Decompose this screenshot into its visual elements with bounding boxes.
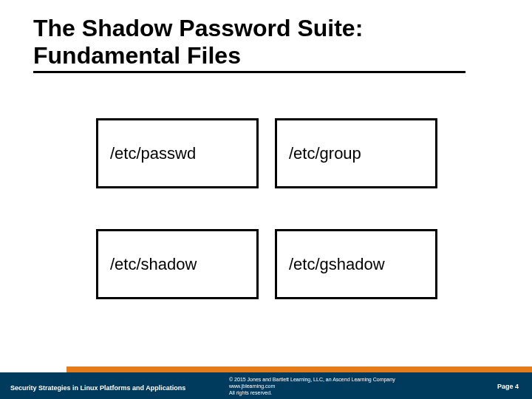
slide: The Shadow Password Suite: Fundamental F…	[0, 0, 532, 399]
footer: Security Strategies in Linux Platforms a…	[0, 364, 532, 399]
file-box-shadow: /etc/shadow	[96, 229, 259, 299]
file-box-group: /etc/group	[275, 118, 437, 188]
footer-copyright: © 2015 Jones and Bartlett Learning, LLC,…	[229, 376, 395, 383]
file-grid: /etc/passwd /etc/group /etc/shadow /etc/…	[96, 118, 437, 299]
slide-title: The Shadow Password Suite: Fundamental F…	[33, 15, 466, 73]
footer-accent-bar	[66, 366, 532, 372]
file-box-gshadow: /etc/gshadow	[275, 229, 437, 299]
footer-book-title: Security Strategies in Linux Platforms a…	[10, 384, 185, 392]
title-underline	[33, 71, 466, 73]
page-number: Page 4	[497, 383, 519, 390]
file-label: /etc/shadow	[110, 255, 197, 274]
file-label: /etc/gshadow	[289, 255, 385, 274]
title-line-2: Fundamental Files	[33, 42, 241, 69]
file-label: /etc/group	[289, 144, 361, 163]
file-box-passwd: /etc/passwd	[96, 118, 259, 188]
footer-copyright-block: © 2015 Jones and Bartlett Learning, LLC,…	[229, 376, 395, 396]
footer-url: www.jblearning.com	[229, 383, 395, 389]
footer-rights: All rights reserved.	[229, 389, 395, 396]
title-line-1: The Shadow Password Suite:	[33, 15, 363, 41]
file-label: /etc/passwd	[110, 144, 196, 163]
